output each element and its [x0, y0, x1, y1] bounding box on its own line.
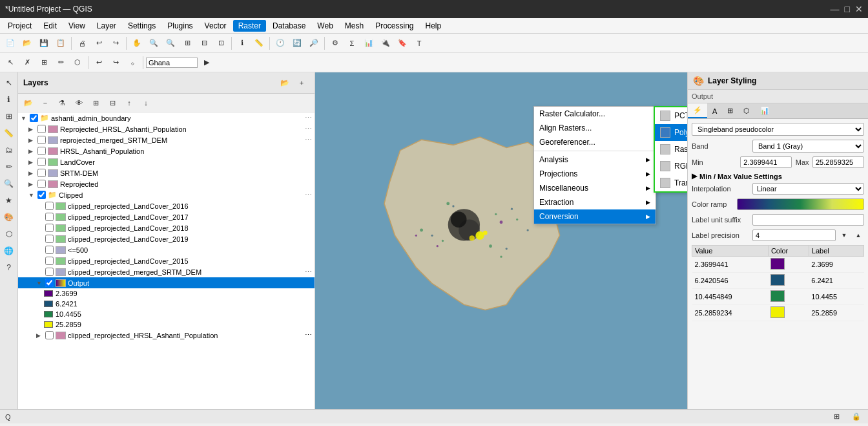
print-button[interactable]: 🖨	[74, 36, 90, 51]
zoom-extent-button[interactable]: ⊞	[180, 36, 195, 51]
sidebar-pan-icon[interactable]: ↖	[1, 75, 17, 91]
color-box-4[interactable]	[770, 306, 785, 318]
sidebar-bookmark-icon[interactable]: ★	[1, 193, 17, 208]
max-input[interactable]	[812, 156, 864, 168]
menu-analysis[interactable]: Analysis	[534, 153, 656, 167]
menu-help[interactable]: Help	[420, 20, 447, 32]
conv-pct-rgb[interactable]: PCT to RGB...	[655, 107, 687, 124]
layer-hrsl-checkbox[interactable]	[37, 147, 46, 155]
zoom-layer-button[interactable]: ⊡	[213, 36, 229, 51]
menu-settings[interactable]: Settings	[123, 20, 161, 32]
close-button[interactable]: ✕	[855, 4, 863, 14]
tab-labels[interactable]: A	[707, 103, 722, 118]
layers-up-button[interactable]: ↑	[121, 95, 137, 111]
menu-plugins[interactable]: Plugins	[162, 20, 198, 32]
layer-landcover-checkbox[interactable]	[37, 158, 46, 166]
plugin-button[interactable]: 🔌	[378, 36, 393, 51]
min-input[interactable]	[740, 156, 792, 168]
edit-button[interactable]: ✏	[53, 55, 68, 70]
layer-srtm-dem[interactable]: ▶ reprojected_merged_SRTM_DEM ⋯	[18, 134, 315, 145]
layer-group-clipped-checkbox[interactable]	[37, 191, 46, 199]
refresh-button[interactable]: 🔄	[289, 36, 305, 51]
interpolation-select[interactable]: Linear Discrete Exact	[752, 183, 864, 195]
color-box-1[interactable]	[770, 258, 785, 270]
layer-lc2018[interactable]: clipped_reprojected_LandCover_2018	[18, 222, 315, 233]
menu-database[interactable]: Database	[267, 20, 311, 32]
open-project-button[interactable]: 📂	[19, 36, 35, 51]
layer-lc2017[interactable]: clipped_reprojected_LandCover_2017	[18, 211, 315, 222]
layer-srtm-merged[interactable]: clipped_reprojected_merged_SRTM_DEM ⋯	[18, 266, 315, 277]
menu-mesh[interactable]: Mesh	[340, 20, 369, 32]
layer-lc2015[interactable]: clipped_reprojected_LandCover_2015	[18, 255, 315, 266]
layer-lc2016-checkbox[interactable]	[45, 202, 54, 210]
zoom-out-button[interactable]: 🔍	[163, 36, 178, 51]
bookmark-button[interactable]: 🔖	[395, 36, 410, 51]
sigma-button[interactable]: Σ	[344, 36, 360, 51]
layers-remove-button[interactable]: −	[37, 95, 53, 111]
layer-lc2019[interactable]: clipped_reprojected_LandCover_2019	[18, 233, 315, 244]
settings-button[interactable]: ⚙	[327, 36, 343, 51]
location-go-button[interactable]: ▶	[199, 55, 214, 70]
layer-landcover[interactable]: ▶ LandCover	[18, 156, 315, 167]
sidebar-layer-icon[interactable]: 🗂	[1, 142, 17, 158]
redo-button[interactable]: ↪	[108, 36, 123, 51]
layers-collapse-button[interactable]: ⊟	[105, 95, 120, 111]
menu-miscellaneous[interactable]: Miscellaneous	[534, 181, 656, 195]
menu-extraction[interactable]: Extraction	[534, 195, 656, 209]
add-layer-button[interactable]: +	[294, 75, 309, 91]
tab-diagram[interactable]: 📊	[755, 103, 774, 118]
layer-srtm2-checkbox[interactable]	[37, 169, 46, 177]
search-button[interactable]: 🔎	[306, 36, 322, 51]
layer-reprojected[interactable]: ▶ Reprojected	[18, 178, 315, 189]
measure-button[interactable]: 📏	[251, 36, 267, 51]
color-cell-3[interactable]	[768, 289, 809, 305]
zoom-select-button[interactable]: ⊟	[196, 36, 212, 51]
layer-clip-hrsl-checkbox[interactable]	[45, 331, 54, 339]
layer-lc2019-checkbox[interactable]	[45, 235, 54, 243]
color-ramp-bar[interactable]	[737, 198, 864, 210]
deselect-button[interactable]: ✗	[19, 55, 35, 70]
sidebar-style-icon[interactable]: 🎨	[1, 209, 17, 225]
conv-rasterize[interactable]: Rasterize (Vector to Raster)...	[655, 141, 687, 158]
precision-down-button[interactable]: ▼	[838, 229, 850, 241]
sidebar-info-icon[interactable]: ℹ	[1, 92, 17, 107]
menu-layer[interactable]: Layer	[92, 20, 121, 32]
open-layer-button[interactable]: 📂	[277, 75, 293, 91]
sidebar-zoom-icon[interactable]: 🔍	[1, 176, 17, 191]
layer-output[interactable]: ▼ Output	[18, 277, 315, 288]
tab-3d[interactable]: ⬡	[738, 103, 755, 118]
location-input[interactable]	[146, 58, 198, 68]
redo2-button[interactable]: ↪	[108, 55, 123, 70]
layer-output-checkbox[interactable]	[45, 279, 54, 287]
undo2-button[interactable]: ↩	[91, 55, 107, 70]
text-button[interactable]: T	[411, 36, 427, 51]
status-lock-button[interactable]: 🔒	[850, 411, 863, 423]
collapse-minmax-icon[interactable]: ▶	[692, 172, 697, 180]
menu-web[interactable]: Web	[312, 20, 338, 32]
digitize-button[interactable]: ⬦	[125, 55, 140, 70]
label-precision-input[interactable]	[752, 229, 836, 241]
sidebar-3d-icon[interactable]: ⬡	[1, 226, 17, 242]
stats-button[interactable]: 📊	[361, 36, 377, 51]
layer-group-ashanti[interactable]: ▼ 📁 ashanti_admin_boundary ⋯	[18, 112, 315, 123]
menu-raster[interactable]: Raster	[233, 20, 266, 32]
layer-le500-checkbox[interactable]	[45, 246, 54, 254]
conv-polygonize[interactable]: Polygonize (Raster to Vector)... ↗	[655, 124, 687, 141]
menu-raster-calculator[interactable]: Raster Calculator...	[534, 107, 656, 121]
layer-reprojected-hrsl[interactable]: ▶ Reprojected_HRSL_Ashanti_Population ⋯	[18, 123, 315, 134]
new-project-button[interactable]: 📄	[3, 36, 18, 51]
menu-align-rasters[interactable]: Align Rasters...	[534, 121, 656, 135]
layer-reprojected-hrsl-checkbox[interactable]	[37, 125, 46, 133]
menu-vector[interactable]: Vector	[200, 20, 232, 32]
layer-le500[interactable]: <=500	[18, 244, 315, 255]
map-area[interactable]: Raster Calculator... Align Rasters... Ge…	[315, 72, 687, 409]
maximize-button[interactable]: □	[845, 4, 850, 14]
menu-processing[interactable]: Processing	[370, 20, 418, 32]
tab-mask[interactable]: ⊞	[722, 103, 738, 118]
identify-button[interactable]: ℹ	[234, 36, 250, 51]
band-select[interactable]: Band 1 (Gray)	[752, 140, 864, 153]
menu-edit[interactable]: Edit	[38, 20, 62, 32]
precision-up-button[interactable]: ▲	[852, 229, 864, 241]
clock-button[interactable]: 🕐	[273, 36, 288, 51]
node-button[interactable]: ⬡	[70, 55, 85, 70]
